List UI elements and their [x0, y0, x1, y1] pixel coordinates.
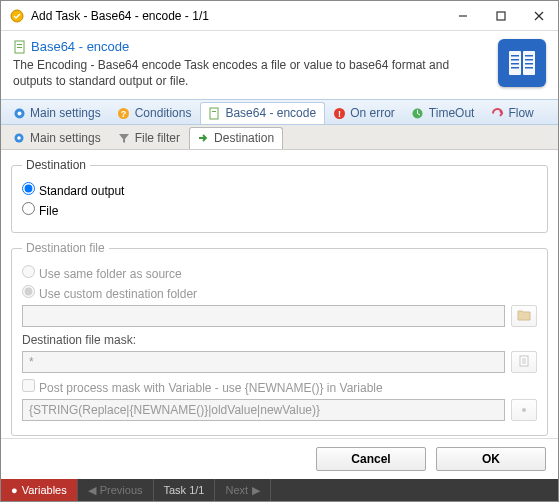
subtab-file-filter[interactable]: File filter [110, 127, 189, 149]
task-large-icon [498, 39, 546, 87]
destination-file-group: Destination file Use same folder as sour… [11, 241, 548, 436]
tab-flow[interactable]: Flow [483, 102, 542, 124]
svg-rect-11 [511, 59, 519, 61]
destination-group: Destination Standard output File [11, 158, 548, 233]
subtab-destination[interactable]: Destination [189, 127, 283, 149]
destination-legend: Destination [22, 158, 90, 172]
status-next[interactable]: Next ▶ [215, 479, 271, 501]
question-icon: ? [117, 106, 131, 120]
gear-icon [12, 106, 26, 120]
sub-tabs: Main settings File filter Destination [1, 125, 558, 150]
app-icon [9, 8, 25, 24]
svg-point-30 [17, 136, 21, 140]
svg-point-19 [17, 111, 21, 115]
mask-label: Destination file mask: [22, 333, 537, 347]
flow-icon [490, 106, 504, 120]
window-title: Add Task - Base64 - encode - 1/1 [31, 9, 444, 23]
custom-folder-input [22, 305, 505, 327]
svg-text:!: ! [338, 109, 341, 119]
svg-rect-12 [511, 63, 519, 65]
file-mask-input [22, 351, 505, 373]
main-tabs: Main settings ?Conditions Base64 - encod… [1, 99, 558, 125]
radio-standard-output[interactable]: Standard output [22, 182, 124, 198]
svg-point-32 [522, 408, 526, 412]
document-icon [518, 355, 530, 370]
tab-timeout[interactable]: TimeOut [404, 102, 484, 124]
maximize-button[interactable] [482, 1, 520, 30]
page-icon [13, 40, 27, 54]
dot-icon [519, 403, 529, 418]
radio-custom-folder: Use custom destination folder [22, 285, 197, 301]
status-task[interactable]: Task 1/1 [154, 479, 216, 501]
svg-rect-2 [497, 12, 505, 20]
svg-rect-14 [525, 55, 533, 57]
svg-rect-10 [511, 55, 519, 57]
svg-rect-17 [525, 67, 533, 69]
task-description: The Encoding - Base64 encode Task encode… [13, 58, 488, 89]
svg-rect-15 [525, 59, 533, 61]
postprocess-checkbox: Post process mask with Variable - use {N… [22, 379, 383, 395]
tab-on-error[interactable]: !On error [325, 102, 404, 124]
tab-conditions[interactable]: ?Conditions [110, 102, 201, 124]
error-icon: ! [332, 106, 346, 120]
status-previous[interactable]: ◀Previous [78, 479, 154, 501]
postprocess-expression-input [22, 399, 505, 421]
ok-button[interactable]: OK [436, 447, 546, 471]
svg-rect-13 [511, 67, 519, 69]
subtab-main-settings[interactable]: Main settings [5, 127, 110, 149]
svg-rect-23 [212, 111, 216, 112]
tab-main-settings[interactable]: Main settings [5, 102, 110, 124]
radio-same-folder: Use same folder as source [22, 265, 182, 281]
close-button[interactable] [520, 1, 558, 30]
filter-icon [117, 131, 131, 145]
radio-file[interactable]: File [22, 202, 58, 218]
svg-rect-22 [210, 108, 218, 119]
minimize-button[interactable] [444, 1, 482, 30]
folder-icon [517, 309, 531, 324]
page-icon [207, 106, 221, 120]
tab-base64-encode[interactable]: Base64 - encode [200, 102, 325, 124]
expression-picker-button [511, 399, 537, 421]
gear-icon [12, 131, 26, 145]
destination-file-legend: Destination file [22, 241, 109, 255]
arrow-right-icon [196, 131, 210, 145]
chevron-left-icon: ◀ [88, 484, 96, 497]
svg-rect-7 [17, 47, 22, 48]
mask-picker-button [511, 351, 537, 373]
svg-rect-16 [525, 63, 533, 65]
cancel-button[interactable]: Cancel [316, 447, 426, 471]
svg-rect-6 [17, 44, 22, 45]
clock-icon [411, 106, 425, 120]
status-variables[interactable]: ●Variables [1, 479, 78, 501]
chevron-right-icon: ▶ [252, 484, 260, 497]
browse-folder-button [511, 305, 537, 327]
task-title: Base64 - encode [31, 39, 129, 54]
dot-icon: ● [11, 484, 18, 496]
svg-text:?: ? [121, 109, 127, 119]
